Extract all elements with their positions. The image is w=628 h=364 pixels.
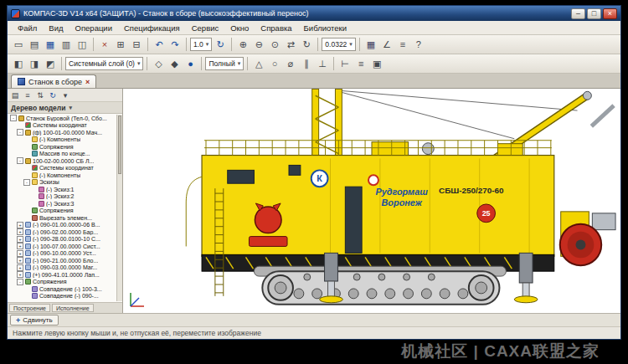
diameter-tool-icon[interactable]: ⌀ [283, 56, 298, 71]
tree-structure-icon[interactable]: ▤ [9, 90, 21, 101]
view-front-icon[interactable]: ◧ [11, 56, 26, 71]
tree-expander[interactable]: + [17, 250, 23, 257]
display-wireframe-icon[interactable]: ◇ [151, 56, 166, 71]
view-isometric-icon[interactable]: ◩ [43, 56, 58, 71]
tree-item[interactable]: -(ф) 100-01-00.0000 Мач... [8, 129, 116, 136]
menu-item[interactable]: Файл [13, 23, 42, 33]
tree-item[interactable]: +(-) 090-21.00.0000 Бло... [8, 257, 116, 264]
tree-footer-tab[interactable]: Построение [9, 304, 50, 312]
parallel-tool-icon[interactable]: ∥ [299, 56, 314, 71]
surface-tool-icon[interactable]: △ [251, 56, 266, 71]
selection-filter-icon[interactable]: ▣ [369, 56, 384, 71]
tree-scrollbar-thumb[interactable] [118, 115, 121, 174]
tree-item[interactable]: -100-02-00.0000 СБ Л... [8, 157, 116, 165]
maximize-button[interactable]: □ [587, 8, 601, 19]
tree-item[interactable]: -Эскизы [8, 179, 116, 187]
ortho-mode-icon[interactable]: ∠ [379, 37, 394, 52]
view-back-icon[interactable]: ◨ [27, 56, 42, 71]
menu-item[interactable]: Операции [70, 23, 117, 33]
paste-icon[interactable]: ⊟ [129, 37, 144, 52]
tree-item[interactable]: +(-) 090-01.00.0000-06 В... [8, 222, 116, 229]
help-icon[interactable]: ? [411, 37, 426, 52]
detail-combo[interactable]: Полный▾ [205, 57, 244, 70]
save-icon[interactable]: ▦ [43, 37, 58, 52]
tree-expander[interactable]: + [17, 228, 23, 235]
chevron-down-icon[interactable]: ▾ [69, 105, 72, 111]
menu-item[interactable]: Библиотеки [299, 23, 352, 33]
tree-item[interactable]: Совпадение (-) 100-3... [8, 285, 116, 293]
pan-icon[interactable]: ⇄ [283, 37, 298, 52]
tree-expander[interactable]: + [17, 271, 23, 278]
rebuild-icon[interactable]: ↻ [213, 37, 228, 52]
tab-close-icon[interactable]: × [85, 78, 90, 86]
tree-expander[interactable]: + [17, 222, 23, 228]
tree-item[interactable]: -Сопряжения [8, 279, 116, 286]
tree-item[interactable]: (-) Эскиз:3 [8, 200, 116, 208]
tree-expander[interactable]: - [17, 157, 23, 164]
tree-item[interactable]: +(-) 090-02.00.0000 Бар... [8, 228, 116, 236]
tree-expander[interactable]: - [17, 279, 23, 285]
step-combo[interactable]: 1.0▾ [190, 38, 212, 51]
tree-item[interactable]: +(-) 090-28.00.0100-10 С... [8, 236, 116, 244]
new-document-icon[interactable]: ▭ [11, 37, 26, 52]
menu-item[interactable]: Справка [255, 23, 296, 33]
minimize-button[interactable]: – [571, 8, 585, 19]
zoom-out-icon[interactable]: ⊖ [251, 37, 266, 52]
tree-item[interactable]: (-) Компоненты [8, 136, 116, 144]
tree-expander[interactable]: - [10, 115, 17, 121]
copy-icon[interactable]: ⊞ [113, 37, 128, 52]
layers-icon[interactable]: ≡ [395, 37, 410, 52]
tree-item[interactable]: +(-) 100-07.00.0000 Сист... [8, 243, 116, 250]
tree-item[interactable]: Системы координат [8, 122, 116, 130]
zoom-fit-icon[interactable]: ⊙ [267, 37, 282, 52]
tree-list-icon[interactable]: ≡ [22, 90, 33, 101]
tree-footer-tab[interactable]: Исполнение [52, 304, 94, 312]
tree-item[interactable]: Сопряжения [8, 208, 116, 215]
open-document-icon[interactable]: ▤ [27, 37, 42, 52]
properties-icon[interactable]: ≡ [353, 56, 368, 71]
tree-expander[interactable]: + [17, 264, 23, 271]
tree-item[interactable]: Массив по конце... [8, 151, 116, 158]
tree-sort-icon[interactable]: ⇅ [34, 90, 46, 101]
zoom-in-icon[interactable]: ⊕ [235, 37, 250, 52]
tree-item[interactable]: Вырезать элемен... [8, 214, 116, 222]
tree-item[interactable]: (-) Эскиз:1 [8, 186, 116, 193]
display-hidden-lines-icon[interactable]: ◆ [167, 56, 182, 71]
tree-expander[interactable]: + [17, 257, 23, 264]
print-icon[interactable]: ▥ [59, 37, 74, 52]
viewport-3d[interactable]: К Рудгормаш Воронеж СБШ-250/270-60 25 [123, 89, 620, 313]
measure-tool-icon[interactable]: ⊢ [337, 56, 353, 71]
cut-icon[interactable]: × [97, 37, 112, 52]
tree-rebuild-icon[interactable]: ↻ [47, 90, 59, 101]
tree-expander[interactable]: - [23, 179, 30, 186]
tree-expander[interactable]: + [17, 236, 23, 243]
tree-item[interactable]: -Станок Буровой (Тел-0, Сбо... [8, 115, 116, 122]
grid-icon[interactable]: ▦ [363, 37, 378, 52]
zoom-scale-combo[interactable]: 0.0322▾ [322, 38, 356, 51]
tree-item[interactable]: Сопряжения [8, 143, 116, 151]
tree-expander[interactable]: + [17, 243, 23, 249]
tree-options-icon[interactable]: ▾ [59, 90, 71, 101]
tree-item[interactable]: (-) Эскиз:2 [8, 193, 116, 201]
print-preview-icon[interactable]: ◫ [75, 37, 90, 52]
tree-item[interactable]: +(-) 090-03.00.0000 Маг... [8, 264, 116, 272]
tree-item[interactable]: (-) Компоненты [8, 172, 116, 179]
display-shaded-icon[interactable]: ● [183, 56, 198, 71]
redo-icon[interactable]: ↷ [167, 37, 183, 52]
tree-item[interactable]: Системы координат [8, 165, 116, 172]
circle-tool-icon[interactable]: ○ [267, 56, 282, 71]
menu-item[interactable]: Сервис [187, 23, 224, 33]
document-tab[interactable]: Станок в сборе × [11, 74, 96, 88]
perpendicular-tool-icon[interactable]: ⊥ [315, 56, 330, 71]
tree-item[interactable]: +(-) 090-10.00.0000 Уст... [8, 250, 116, 258]
tree-expander[interactable]: - [17, 129, 23, 136]
pan-command-tab[interactable]: + Сдвинуть [10, 315, 59, 326]
tree-scrollbar[interactable] [116, 115, 122, 301]
undo-icon[interactable]: ↶ [152, 37, 167, 52]
menu-item[interactable]: Вид [44, 23, 68, 33]
tree-item[interactable]: +(+) 090-41.01.0000 Лап... [8, 271, 116, 279]
layer-combo[interactable]: Системный слой (0)▾ [65, 57, 143, 70]
close-button[interactable]: × [603, 8, 617, 19]
menu-item[interactable]: Спецификация [119, 23, 185, 33]
menu-item[interactable]: Окно [225, 23, 254, 33]
